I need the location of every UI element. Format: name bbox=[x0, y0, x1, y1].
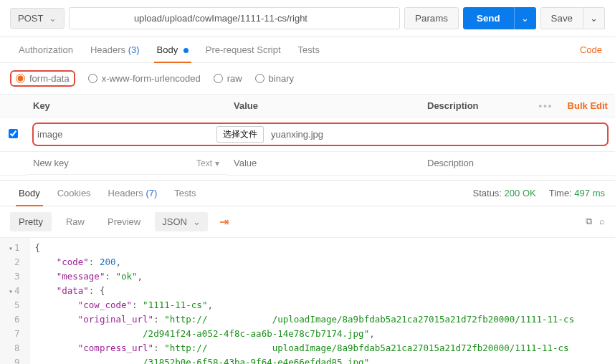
chevron-down-icon: ⌄ bbox=[521, 13, 529, 24]
http-method-select[interactable]: POST ⌄ bbox=[10, 8, 65, 29]
resp-tab-tests[interactable]: Tests bbox=[166, 181, 204, 206]
tab-tests[interactable]: Tests bbox=[290, 37, 328, 62]
view-pretty[interactable]: Pretty bbox=[10, 212, 52, 231]
resp-tab-cookies[interactable]: Cookies bbox=[49, 181, 100, 206]
bodytype-form-data-radio[interactable] bbox=[16, 74, 25, 83]
time-label: Time: 497 ms bbox=[549, 188, 605, 198]
view-preview[interactable]: Preview bbox=[99, 212, 149, 231]
http-method-label: POST bbox=[18, 13, 43, 24]
bodytype-raw[interactable]: raw bbox=[214, 73, 242, 84]
new-value-input[interactable] bbox=[234, 158, 413, 168]
status-value: 200 OK bbox=[505, 188, 536, 198]
formdata-row: image 选择文件 yuanxing.jpg bbox=[0, 118, 615, 152]
caret-down-icon: ▾ bbox=[215, 158, 219, 168]
view-raw[interactable]: Raw bbox=[57, 212, 93, 231]
tab-headers[interactable]: Headers (3) bbox=[82, 37, 148, 62]
status-label: Status: 200 OK bbox=[473, 188, 536, 198]
response-body[interactable]: ▾123▾456789 { "code": 200, "message": "o… bbox=[0, 238, 615, 365]
save-button-group: Save ⌄ bbox=[540, 7, 605, 29]
formdata-new-row: Text ▾ bbox=[0, 152, 615, 176]
save-dropdown[interactable]: ⌄ bbox=[583, 7, 605, 29]
row-key[interactable]: image bbox=[37, 129, 209, 140]
bulk-edit-link[interactable]: Bulk Edit bbox=[568, 100, 608, 111]
send-dropdown[interactable]: ⌄ bbox=[514, 7, 536, 29]
col-description: Description bbox=[420, 95, 532, 118]
bodytype-binary[interactable]: binary bbox=[255, 73, 294, 84]
unsaved-dot-icon bbox=[183, 48, 189, 53]
row-enable-checkbox[interactable] bbox=[9, 129, 18, 138]
formdata-table: Key Value Description ••• Bulk Edit imag… bbox=[0, 95, 615, 176]
col-key: Key bbox=[26, 95, 227, 118]
chevron-down-icon: ⌄ bbox=[193, 216, 201, 227]
resp-headers-count-badge: (7) bbox=[146, 188, 157, 198]
time-value: 497 ms bbox=[574, 188, 605, 198]
row-filename: yuanxing.jpg bbox=[271, 129, 323, 140]
bodytype-urlencoded-radio[interactable] bbox=[88, 74, 97, 83]
bodytype-form-data[interactable]: form-data bbox=[10, 70, 75, 87]
col-value: Value bbox=[227, 95, 420, 118]
headers-count-badge: (3) bbox=[128, 44, 140, 55]
chevron-down-icon: ⌄ bbox=[49, 13, 57, 24]
send-button-group: Send ⌄ bbox=[463, 7, 536, 29]
column-options-icon[interactable]: ••• bbox=[539, 100, 553, 111]
bodytype-urlencoded[interactable]: x-www-form-urlencoded bbox=[88, 73, 201, 84]
new-key-input[interactable] bbox=[33, 158, 191, 168]
tab-body[interactable]: Body bbox=[148, 37, 197, 62]
code-link[interactable]: Code bbox=[577, 37, 605, 62]
chevron-down-icon: ⌄ bbox=[590, 13, 598, 24]
new-key-type-select[interactable]: Text ▾ bbox=[196, 158, 219, 168]
send-button[interactable]: Send bbox=[463, 7, 514, 29]
lang-select[interactable]: JSON ⌄ bbox=[155, 212, 208, 231]
save-button[interactable]: Save bbox=[540, 7, 583, 29]
tab-authorization[interactable]: Authorization bbox=[10, 37, 82, 62]
resp-tab-body[interactable]: Body bbox=[10, 181, 49, 206]
wrap-lines-icon[interactable]: ⇥ bbox=[214, 212, 234, 231]
params-button[interactable]: Params bbox=[404, 7, 459, 29]
search-icon[interactable]: ⌕ bbox=[599, 216, 605, 227]
copy-icon[interactable]: ⧉ bbox=[586, 216, 592, 227]
request-url-input[interactable]: upload/upload/cowImage/1111-11-cs/right bbox=[69, 7, 400, 29]
bodytype-binary-radio[interactable] bbox=[255, 74, 264, 83]
new-desc-input[interactable] bbox=[427, 158, 608, 168]
choose-file-button[interactable]: 选择文件 bbox=[216, 126, 264, 143]
tab-prerequest[interactable]: Pre-request Script bbox=[197, 37, 290, 62]
resp-tab-headers[interactable]: Headers (7) bbox=[100, 181, 166, 206]
bodytype-raw-radio[interactable] bbox=[214, 74, 223, 83]
